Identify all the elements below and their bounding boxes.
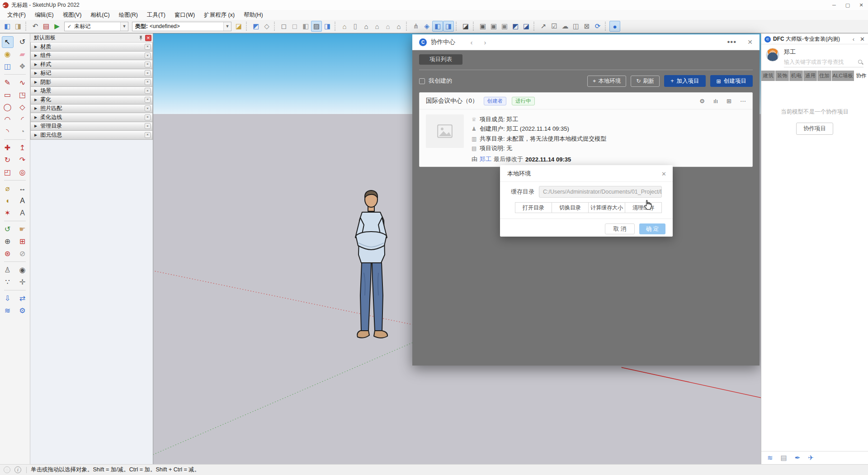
text-tool[interactable]: A [17,195,28,207]
file-settings-icon[interactable]: ▤ [781,454,787,462]
shaded-icon[interactable]: ◧ [300,21,311,32]
dimension-tool[interactable]: ↔ [17,183,28,195]
expand-arrow-icon[interactable]: ▶ [34,115,37,119]
send-icon[interactable]: ✈ [808,454,814,462]
user-avatar[interactable] [766,48,779,62]
more-options-icon[interactable]: ••• [727,38,736,47]
3d-text-tool[interactable]: A [17,207,28,219]
section-tags[interactable]: ▶ 标记 ✕ [30,69,153,78]
zoom-previous-tool[interactable]: ⊘ [17,248,28,260]
circle-tool[interactable]: ◯ [2,101,14,113]
expand-arrow-icon[interactable]: ▶ [34,106,37,110]
collab-close-icon[interactable]: ✕ [747,38,753,46]
menu-item[interactable]: 帮助(H) [239,10,267,20]
export-icon[interactable]: ↗ [538,21,549,32]
tab-alc-panel[interactable]: ALC墙板 [832,71,854,81]
expand-arrow-icon[interactable]: ▶ [34,45,37,49]
classification-type-dropdown[interactable]: 类型:<undefined> ▼ [132,22,231,31]
menu-item[interactable]: 扩展程序 (x) [199,10,239,20]
section-close-icon[interactable]: ✕ [145,52,151,58]
entity-list-icon[interactable]: ▤ [41,21,52,32]
section-close-icon[interactable]: ✕ [145,88,151,94]
menu-item[interactable]: 绘图(R) [114,10,142,20]
menu-item[interactable]: 文件(F) [3,10,30,20]
clear-cache-button[interactable]: 清理缓存 [625,202,662,213]
section-materials[interactable]: ▶ 材质 ✕ [30,43,153,52]
calc-cache-size-button[interactable]: 计算缓存大小 [588,202,625,213]
position-camera-tool[interactable]: ♙ [2,264,14,276]
menu-item[interactable]: 工具(T) [142,10,170,20]
section-close-icon[interactable]: ✕ [145,44,151,50]
push-pull-tool[interactable]: ↥ [17,142,28,154]
section-scenes[interactable]: ▶ 场景 ✕ [30,87,153,96]
three-point-arc-tool[interactable]: ◝ [2,126,14,138]
section-fog[interactable]: ▶ 雾化 ✕ [30,95,153,104]
polygon-tool[interactable]: ◇ [17,101,28,113]
expand-arrow-icon[interactable]: ▶ [34,133,37,137]
section-close-icon[interactable]: ✕ [145,62,151,67]
section-outliner[interactable]: ▶ 管理目录 ✕ [30,122,153,131]
nav-back-icon[interactable]: ‹ [467,38,476,46]
section-close-icon[interactable]: ✕ [145,132,151,138]
ok-button[interactable]: 确 定 [639,223,665,234]
left-view-icon[interactable]: ⌂ [393,21,404,32]
component-box-b-icon[interactable]: ▣ [488,21,499,32]
chevron-down-icon[interactable]: ▼ [223,22,231,31]
tab-residential[interactable]: 住加 [817,71,831,81]
follow-me-tool[interactable]: ↷ [17,154,28,166]
tab-general[interactable]: 通用 [803,71,817,81]
cloud-upload-icon[interactable]: ☁ [560,21,571,32]
component-box-c-icon[interactable]: ▣ [499,21,510,32]
join-project-button[interactable]: + 加入项目 [664,75,705,87]
panel-close-icon[interactable]: ✕ [860,36,865,43]
xray-mode-icon[interactable]: ◩ [250,21,261,32]
component-box-d-icon[interactable]: ◩ [510,21,521,32]
front-view-icon[interactable]: ⌂ [361,21,372,32]
expand-arrow-icon[interactable]: ▶ [34,71,37,75]
create-project-button[interactable]: ⊞ 创建项目 [710,75,753,87]
rectangle-tool[interactable]: ▭ [2,89,14,101]
my-created-checkbox[interactable] [419,78,425,84]
open-directory-button[interactable]: 打开目录 [515,202,552,213]
wireframe-icon[interactable]: ◻ [278,21,289,32]
section-close-icon[interactable]: ✕ [145,105,151,111]
plugin-cube-red-icon[interactable]: ◈ [421,21,432,32]
orbit-tool[interactable]: ↺ [2,223,14,235]
dfc-settings-tool[interactable]: ⚙ [17,305,28,317]
picker-icon[interactable]: ✒ [795,454,801,462]
cancel-button[interactable]: 取 消 [605,223,635,234]
new-model-icon[interactable]: ◧ [2,21,13,32]
arc-tool[interactable]: ◠ [2,114,14,125]
shaded-textures-icon[interactable]: ▨ [311,21,322,32]
dark-cube-icon[interactable]: ◪ [460,21,471,32]
tag-dropdown[interactable]: ✓ 未标记 ▼ [64,22,128,31]
project-list-tab[interactable]: 项目列表 [419,54,462,65]
section-plane-icon[interactable]: ⋔ [410,21,421,32]
collab-project-button[interactable]: 协作项目 [796,123,833,135]
maximize-button[interactable]: ▢ [841,0,854,10]
zoom-extents-tool[interactable]: ⊛ [2,248,14,260]
zoom-tool[interactable]: ⊕ [2,236,14,247]
tab-mep[interactable]: 机电 [789,71,803,81]
component-box-e-icon[interactable]: ◪ [521,21,532,32]
expand-arrow-icon[interactable]: ▶ [34,89,37,93]
credits-info-icon[interactable]: i [14,466,21,473]
plugin-cube-b-icon[interactable]: ◨ [443,21,454,32]
pin-icon[interactable] [138,35,143,40]
section-entity-info[interactable]: ▶ 图元信息 ✕ [30,131,153,140]
cache-directory-field[interactable]: C:/Users/Administrator/Documents/01_Proj… [539,186,662,198]
undo-icon[interactable]: ↶ [30,21,41,32]
local-env-button[interactable]: ⌖ 本地环境 [587,76,626,87]
top-view-icon[interactable]: ▯ [350,21,361,32]
expand-arrow-icon[interactable]: ▶ [34,98,37,102]
rotated-rectangle-tool[interactable]: ◳ [17,89,28,101]
nav-forward-icon[interactable]: › [481,38,490,46]
collab-center-icon[interactable]: ● [609,21,620,32]
dfc-swap-tool[interactable]: ⇄ [17,293,28,304]
rotate-tool[interactable]: ↻ [2,154,14,166]
protractor-tool[interactable]: ◖ [2,195,14,207]
lasso-select-tool[interactable]: ↺ [17,36,28,48]
walk-tool[interactable]: ∵ [2,276,14,288]
search-icon[interactable] [858,59,863,65]
section-close-icon[interactable]: ✕ [145,97,151,103]
